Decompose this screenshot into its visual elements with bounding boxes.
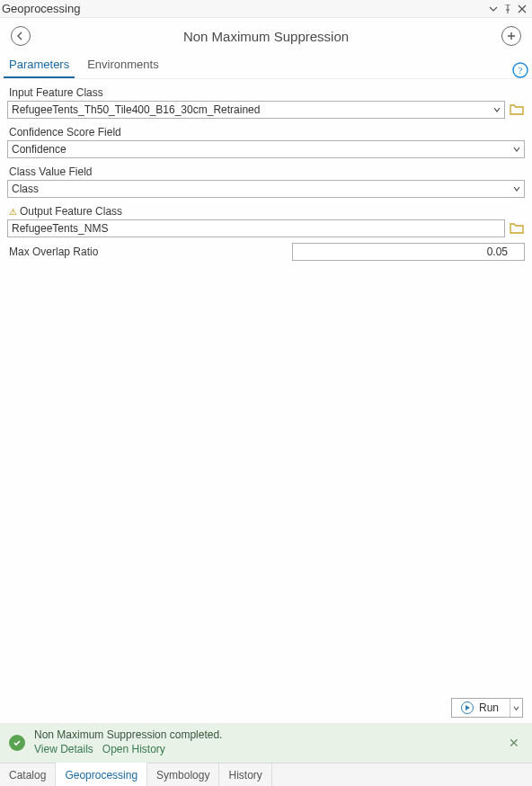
back-button[interactable] (11, 26, 31, 46)
warning-icon: ⚠ (9, 207, 17, 217)
run-button[interactable]: Run (451, 698, 523, 718)
field-confidence-score: Confidence Score Field (7, 124, 525, 158)
play-icon (461, 701, 474, 714)
tab-row: Parameters Environments ? (0, 54, 532, 79)
bottom-tab-symbology[interactable]: Symbology (147, 764, 219, 786)
tab-parameters[interactable]: Parameters (4, 54, 75, 78)
close-icon[interactable] (516, 3, 528, 15)
label-class-value: Class Value Field (7, 164, 525, 180)
tool-title: Non Maximum Suppression (31, 29, 501, 44)
bottom-tab-catalog[interactable]: Catalog (0, 764, 56, 786)
max-overlap-input[interactable] (292, 243, 525, 261)
success-icon (9, 735, 25, 751)
form-area: Input Feature Class Confidence Score Fie… (0, 79, 532, 261)
run-label: Run (479, 701, 499, 714)
run-bar: Run (0, 692, 532, 723)
input-feature-class-input[interactable] (7, 101, 505, 119)
output-feature-class-input[interactable] (7, 219, 505, 237)
field-max-overlap: Max Overlap Ratio (7, 243, 525, 261)
pane-title: Geoprocessing (2, 2, 485, 15)
status-texts: Non Maximum Suppression completed. View … (34, 728, 222, 756)
help-icon[interactable]: ? (512, 62, 528, 78)
browse-input-fc-button[interactable] (509, 102, 525, 118)
run-dropdown-arrow[interactable] (510, 699, 522, 717)
bottom-tab-history[interactable]: History (219, 764, 271, 786)
bottom-tabs: Catalog Geoprocessing Symbology History (0, 763, 532, 786)
menu-arrow-icon[interactable] (487, 3, 500, 15)
label-confidence-score: Confidence Score Field (7, 124, 525, 140)
bottom-tab-geoprocessing[interactable]: Geoprocessing (56, 763, 147, 786)
add-button[interactable] (501, 26, 521, 46)
status-close-button[interactable]: ✕ (505, 732, 523, 754)
field-class-value: Class Value Field (7, 164, 525, 198)
field-output-feature-class: ⚠ Output Feature Class (7, 203, 525, 237)
open-history-link[interactable]: Open History (102, 743, 165, 757)
label-input-feature-class: Input Feature Class (7, 85, 525, 101)
label-output-feature-class: ⚠ Output Feature Class (7, 203, 525, 219)
status-bar: Non Maximum Suppression completed. View … (0, 723, 532, 763)
svg-text:?: ? (519, 65, 523, 76)
browse-output-fc-button[interactable] (509, 220, 525, 237)
pane-titlebar: Geoprocessing (0, 0, 532, 18)
class-value-input[interactable] (7, 180, 525, 198)
tab-environments[interactable]: Environments (82, 54, 164, 78)
field-input-feature-class: Input Feature Class (7, 85, 525, 119)
label-output-fc-text: Output Feature Class (20, 205, 122, 218)
label-max-overlap: Max Overlap Ratio (7, 244, 292, 260)
confidence-score-input[interactable] (7, 140, 525, 158)
tool-header: Non Maximum Suppression (0, 18, 532, 54)
status-message: Non Maximum Suppression completed. (34, 728, 222, 743)
view-details-link[interactable]: View Details (34, 743, 93, 757)
pin-icon[interactable] (501, 3, 514, 15)
